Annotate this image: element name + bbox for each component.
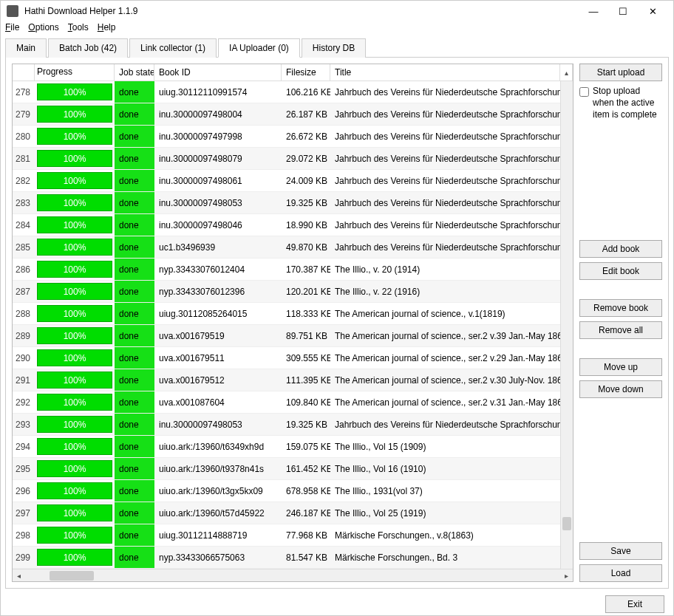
job-state-cell: done <box>115 192 154 213</box>
close-button[interactable]: ✕ <box>638 1 667 21</box>
col-progress-header[interactable]: Progress <box>35 64 115 81</box>
progress-cell: 100% <box>35 126 115 147</box>
book-id-cell: uiug.30112114888719 <box>154 524 282 546</box>
filesize-cell: 170.387 KB <box>282 259 330 280</box>
menu-file[interactable]: File <box>5 22 19 32</box>
title-cell: Jahrbuch des Vereins für Niederdeutsche … <box>330 170 560 191</box>
tab-main[interactable]: Main <box>5 38 47 58</box>
hscroll-right-icon[interactable]: ▸ <box>560 569 573 582</box>
col-size-header[interactable]: Filesize <box>282 64 330 81</box>
progress-cell: 100% <box>35 259 115 280</box>
table-row[interactable]: 298100%doneuiug.3011211488871977.968 KBM… <box>13 524 560 547</box>
col-state-header[interactable]: Job state <box>115 64 154 81</box>
save-button[interactable]: Save <box>579 542 662 560</box>
tab-ia-uploader[interactable]: IA Uploader (0) <box>218 38 300 58</box>
book-id-cell: uiug.30112085264015 <box>154 303 282 324</box>
tab-history-db[interactable]: History DB <box>302 38 366 58</box>
filesize-cell: 19.325 KB <box>282 414 330 435</box>
stop-upload-checkbox[interactable] <box>579 87 589 97</box>
job-state-cell: done <box>115 103 154 125</box>
table-row[interactable]: 278100%doneuiug.30112110991574106.216 KB… <box>13 81 560 103</box>
vertical-scrollbar[interactable] <box>560 81 573 569</box>
book-id-cell: nyp.33433066575063 <box>154 547 282 568</box>
row-number: 284 <box>13 214 35 236</box>
book-id-cell: uiug.30112110991574 <box>154 81 282 103</box>
col-title-header[interactable]: Title <box>330 64 560 81</box>
book-id-cell: uiuo.ark:/13960/t9378n41s <box>154 458 282 479</box>
menu-help[interactable]: Help <box>98 22 116 32</box>
table-row[interactable]: 297100%doneuiuo.ark:/13960/t57d45922246.… <box>13 502 560 524</box>
table-row[interactable]: 288100%doneuiug.30112085264015118.333 KB… <box>13 303 560 325</box>
tab-batch-job[interactable]: Batch Job (42) <box>48 38 128 58</box>
title-cell: Jahrbuch des Vereins für Niederdeutsche … <box>330 148 560 169</box>
menu-tools[interactable]: Tools <box>68 22 89 32</box>
table-row[interactable]: 294100%doneuiuo.ark:/13960/t6349xh9d159.… <box>13 436 560 458</box>
filesize-cell: 159.075 KB <box>282 436 330 457</box>
table-row[interactable]: 279100%doneinu.3000009749800426.187 KBJa… <box>13 103 560 126</box>
table-row[interactable]: 296100%doneuiuo.ark:/13960/t3gx5kx09678.… <box>13 480 560 502</box>
move-down-button[interactable]: Move down <box>579 380 662 398</box>
job-state-cell: done <box>115 214 154 236</box>
vscroll-thumb[interactable] <box>562 517 571 530</box>
load-button[interactable]: Load <box>579 564 662 582</box>
table-row[interactable]: 292100%doneuva.x001087604109.840 KBThe A… <box>13 391 560 414</box>
remove-all-button[interactable]: Remove all <box>579 321 662 339</box>
remove-book-button[interactable]: Remove book <box>579 299 662 317</box>
horizontal-scrollbar[interactable]: ◂ ▸ <box>13 569 573 581</box>
table-body[interactable]: 278100%doneuiug.30112110991574106.216 KB… <box>13 81 560 569</box>
edit-book-button[interactable]: Edit book <box>579 262 662 280</box>
progress-bar: 100% <box>37 394 112 411</box>
hscroll-thumb[interactable] <box>50 571 94 581</box>
table-row[interactable]: 281100%doneinu.3000009749807929.072 KBJa… <box>13 148 560 170</box>
table-row[interactable]: 285100%doneuc1.b349693949.870 KBJahrbuch… <box>13 236 560 259</box>
table-row[interactable]: 291100%doneuva.x001679512111.395 KBThe A… <box>13 369 560 391</box>
title-cell: The American journal of science., ser.2 … <box>330 347 560 369</box>
exit-button[interactable]: Exit <box>605 595 664 613</box>
table-row[interactable]: 284100%doneinu.3000009749804618.990 KBJa… <box>13 214 560 236</box>
table-row[interactable]: 286100%donenyp.33433076012404170.387 KBT… <box>13 259 560 281</box>
table-row[interactable]: 289100%doneuva.x00167951989.751 KBThe Am… <box>13 325 560 347</box>
row-number: 292 <box>13 391 35 413</box>
table-row[interactable]: 290100%doneuva.x001679511309.555 KBThe A… <box>13 347 560 369</box>
minimize-button[interactable]: — <box>579 1 608 21</box>
tab-link-collector[interactable]: Link collector (1) <box>129 38 217 58</box>
job-state-cell: done <box>115 480 154 502</box>
row-number: 278 <box>13 81 35 103</box>
progress-bar: 100% <box>37 128 112 145</box>
menubar: File Options Tools Help <box>1 21 673 33</box>
stop-upload-checkbox-row[interactable]: Stop upload when the active item is comp… <box>579 86 662 120</box>
col-num-header[interactable] <box>13 64 35 81</box>
row-number: 286 <box>13 259 35 280</box>
row-number: 280 <box>13 126 35 147</box>
move-up-button[interactable]: Move up <box>579 358 662 376</box>
table-row[interactable]: 293100%doneinu.3000009749805319.325 KBJa… <box>13 414 560 436</box>
table-row[interactable]: 299100%donenyp.3343306657506381.547 KBMä… <box>13 547 560 569</box>
job-state-cell: done <box>115 369 154 391</box>
job-state-cell: done <box>115 391 154 413</box>
book-id-cell: uiuo.ark:/13960/t57d45922 <box>154 502 282 524</box>
table-row[interactable]: 280100%doneinu.3000009749799826.672 KBJa… <box>13 126 560 148</box>
job-state-cell: done <box>115 325 154 346</box>
maximize-button[interactable]: ☐ <box>608 1 638 21</box>
menu-options[interactable]: Options <box>28 22 58 32</box>
table-row[interactable]: 282100%doneinu.3000009749806124.009 KBJa… <box>13 170 560 192</box>
scroll-up-icon[interactable]: ▴ <box>560 64 573 81</box>
book-id-cell: inu.30000097497998 <box>154 126 282 147</box>
filesize-cell: 246.187 KB <box>282 502 330 524</box>
table-row[interactable]: 287100%donenyp.33433076012396120.201 KBT… <box>13 281 560 303</box>
row-number: 281 <box>13 148 35 169</box>
book-id-cell: inu.30000097498053 <box>154 192 282 213</box>
table-row[interactable]: 295100%doneuiuo.ark:/13960/t9378n41s161.… <box>13 458 560 480</box>
col-book-header[interactable]: Book ID <box>154 64 282 81</box>
title-cell: The Illio., v. 22 (1916) <box>330 281 560 302</box>
book-id-cell: inu.30000097498061 <box>154 170 282 191</box>
start-upload-button[interactable]: Start upload <box>579 64 662 81</box>
progress-cell: 100% <box>35 524 115 546</box>
add-book-button[interactable]: Add book <box>579 240 662 258</box>
table-header: Progress Job state Book ID Filesize Titl… <box>13 64 573 81</box>
table-row[interactable]: 283100%doneinu.3000009749805319.325 KBJa… <box>13 192 560 214</box>
title-cell: Jahrbuch des Vereins für Niederdeutsche … <box>330 214 560 236</box>
hscroll-left-icon[interactable]: ◂ <box>13 569 25 582</box>
job-state-cell: done <box>115 81 154 103</box>
row-number: 297 <box>13 502 35 524</box>
